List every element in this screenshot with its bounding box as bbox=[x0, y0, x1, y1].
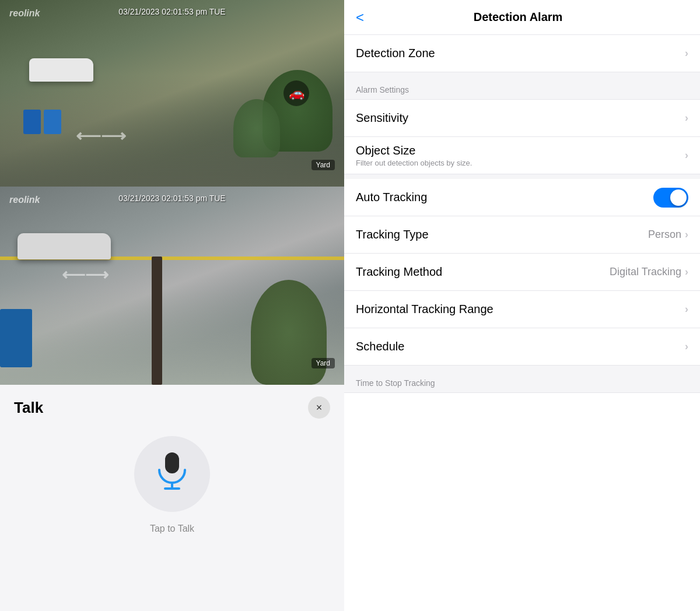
camera-feed-top: ⟵⟶ 🚗 03/21/2023 02:01:53 pm TUE reolink … bbox=[0, 0, 344, 187]
sensitivity-item[interactable]: Sensitivity › bbox=[344, 100, 700, 137]
spacer bbox=[344, 366, 700, 370]
yard-badge-top: Yard bbox=[312, 160, 335, 170]
alarm-settings-section: Alarm Settings bbox=[344, 77, 700, 100]
auto-tracking-label: Auto Tracking bbox=[356, 191, 653, 204]
chevron-icon: › bbox=[685, 229, 688, 241]
timestamp-bottom: 03/21/2023 02:01:53 pm TUE bbox=[118, 194, 225, 203]
svg-rect-0 bbox=[165, 452, 179, 473]
page-title: Detection Alarm bbox=[371, 10, 665, 24]
sensitivity-label: Sensitivity bbox=[356, 111, 685, 125]
camera-feed-bottom: ⟵⟶ 03/21/2023 02:01:53 pm TUE reolink Ya… bbox=[0, 187, 344, 385]
time-to-stop-section: Time to Stop Tracking bbox=[344, 370, 700, 393]
timestamp-top: 03/21/2023 02:01:53 pm TUE bbox=[118, 7, 225, 16]
tracking-type-item[interactable]: Tracking Type Person › bbox=[344, 216, 700, 254]
talk-header: Talk × bbox=[14, 396, 330, 419]
chevron-icon: › bbox=[685, 149, 688, 161]
yard-badge-bottom: Yard bbox=[312, 358, 335, 368]
schedule-item[interactable]: Schedule › bbox=[344, 328, 700, 366]
chevron-icon: › bbox=[685, 112, 688, 124]
object-size-sub: Filter out detection objects by size. bbox=[356, 159, 685, 167]
left-panel: ⟵⟶ 🚗 03/21/2023 02:01:53 pm TUE reolink … bbox=[0, 0, 344, 611]
tap-to-talk-label: Tap to Talk bbox=[150, 524, 194, 534]
tracking-method-label: Tracking Method bbox=[356, 265, 610, 279]
toggle-knob bbox=[670, 189, 687, 206]
tracking-method-item[interactable]: Tracking Method Digital Tracking › bbox=[344, 254, 700, 291]
chevron-icon: › bbox=[685, 303, 688, 315]
chevron-icon: › bbox=[685, 340, 688, 353]
talk-section: Talk × Tap to Talk bbox=[0, 385, 344, 611]
auto-tracking-toggle[interactable] bbox=[653, 188, 688, 208]
tracking-method-value: Digital Tracking bbox=[610, 266, 681, 278]
close-button[interactable]: × bbox=[308, 396, 330, 419]
horizontal-tracking-item[interactable]: Horizontal Tracking Range › bbox=[344, 291, 700, 328]
menu-list: Detection Zone › Alarm Settings Sensitiv… bbox=[344, 35, 700, 611]
schedule-label: Schedule bbox=[356, 340, 685, 353]
detection-zone-item[interactable]: Detection Zone › bbox=[344, 35, 700, 72]
object-size-content: Object Size Filter out detection objects… bbox=[356, 144, 685, 167]
object-size-label: Object Size bbox=[356, 144, 685, 157]
brand-logo-bottom: reolink bbox=[9, 195, 40, 205]
brand-logo-top: reolink bbox=[9, 8, 40, 19]
spacer bbox=[344, 174, 700, 179]
chevron-icon: › bbox=[685, 266, 688, 278]
car-detection-icon: 🚗 bbox=[284, 80, 309, 106]
mic-icon bbox=[155, 450, 190, 498]
mic-button[interactable] bbox=[134, 436, 210, 512]
right-panel: < Detection Alarm Detection Zone › Alarm… bbox=[344, 0, 700, 611]
tracking-type-label: Tracking Type bbox=[356, 228, 648, 241]
talk-title: Talk bbox=[14, 399, 43, 417]
detection-zone-label: Detection Zone bbox=[356, 47, 685, 60]
tracking-type-value: Person bbox=[648, 229, 681, 241]
auto-tracking-item[interactable]: Auto Tracking bbox=[344, 179, 700, 216]
spacer bbox=[344, 72, 700, 77]
chevron-icon: › bbox=[685, 47, 688, 59]
object-size-item[interactable]: Object Size Filter out detection objects… bbox=[344, 137, 700, 174]
mic-container: Tap to Talk bbox=[14, 436, 330, 534]
back-button[interactable]: < bbox=[356, 7, 371, 28]
header: < Detection Alarm bbox=[344, 0, 700, 35]
horizontal-tracking-label: Horizontal Tracking Range bbox=[356, 303, 685, 316]
